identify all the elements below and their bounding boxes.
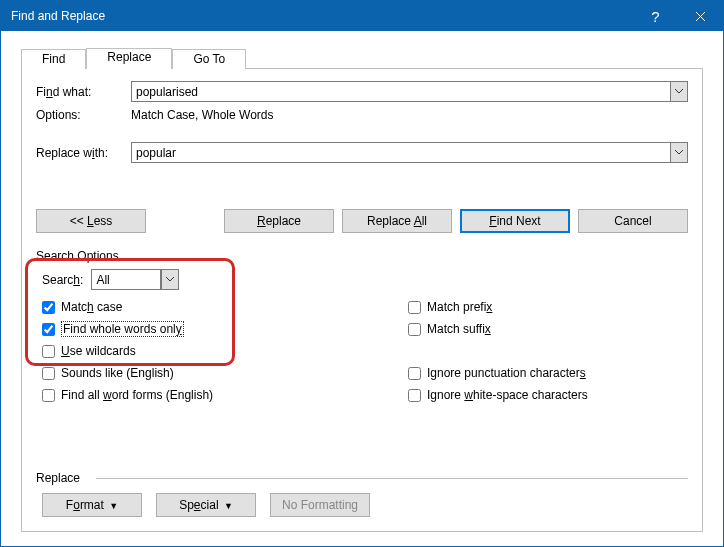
options-label: Options: bbox=[36, 108, 131, 122]
replace-section-label: Replace bbox=[36, 471, 86, 485]
find-what-input[interactable] bbox=[131, 81, 670, 102]
replace-all-button[interactable]: Replace All bbox=[342, 209, 452, 233]
whole-words-checkbox[interactable] bbox=[42, 323, 55, 336]
chevron-down-icon bbox=[675, 150, 683, 155]
close-icon bbox=[695, 11, 706, 22]
sounds-like-checkbox[interactable] bbox=[42, 367, 55, 380]
tab-find[interactable]: Find bbox=[21, 49, 86, 69]
tab-goto[interactable]: Go To bbox=[172, 49, 246, 69]
sounds-like-label: Sounds like (English) bbox=[61, 366, 174, 380]
match-suffix-label: Match suffix bbox=[427, 322, 491, 336]
replace-with-label: Replace with: bbox=[36, 146, 131, 160]
chevron-down-icon bbox=[166, 277, 174, 282]
ignore-punct-checkbox[interactable] bbox=[408, 367, 421, 380]
replace-with-dropdown[interactable] bbox=[670, 142, 688, 163]
replace-button[interactable]: Replace bbox=[224, 209, 334, 233]
match-prefix-label: Match prefix bbox=[427, 300, 492, 314]
match-suffix-checkbox[interactable] bbox=[408, 323, 421, 336]
replace-with-input[interactable] bbox=[131, 142, 670, 163]
tab-bar: Find Replace Go To bbox=[21, 47, 703, 69]
search-scope-dropdown[interactable] bbox=[161, 269, 179, 290]
ignore-ws-label: Ignore white-space characters bbox=[427, 388, 588, 402]
ignore-ws-checkbox[interactable] bbox=[408, 389, 421, 402]
options-value: Match Case, Whole Words bbox=[131, 108, 274, 122]
word-forms-checkbox[interactable] bbox=[42, 389, 55, 402]
special-button[interactable]: Special ▼ bbox=[156, 493, 256, 517]
help-button[interactable]: ? bbox=[633, 1, 678, 31]
whole-words-label: Find whole words only bbox=[61, 322, 184, 336]
wildcards-checkbox[interactable] bbox=[42, 345, 55, 358]
search-scope-select[interactable]: All bbox=[91, 269, 161, 290]
titlebar: Find and Replace ? bbox=[1, 1, 723, 31]
dialog-title: Find and Replace bbox=[11, 9, 633, 23]
find-next-button[interactable]: Find Next bbox=[460, 209, 570, 233]
no-formatting-button: No Formatting bbox=[270, 493, 370, 517]
match-case-checkbox[interactable] bbox=[42, 301, 55, 314]
wildcards-label: Use wildcards bbox=[61, 344, 136, 358]
search-label: Search: bbox=[42, 273, 83, 287]
format-button[interactable]: Format ▼ bbox=[42, 493, 142, 517]
less-button[interactable]: << Less bbox=[36, 209, 146, 233]
close-button[interactable] bbox=[678, 1, 723, 31]
find-what-label: Find what: bbox=[36, 85, 131, 99]
chevron-down-icon bbox=[675, 89, 683, 94]
cancel-button[interactable]: Cancel bbox=[578, 209, 688, 233]
find-what-dropdown[interactable] bbox=[670, 81, 688, 102]
match-prefix-checkbox[interactable] bbox=[408, 301, 421, 314]
word-forms-label: Find all word forms (English) bbox=[61, 388, 213, 402]
match-case-label: Match case bbox=[61, 300, 122, 314]
ignore-punct-label: Ignore punctuation characters bbox=[427, 366, 586, 380]
tab-replace[interactable]: Replace bbox=[86, 48, 172, 69]
search-options-label: Search Options bbox=[36, 249, 688, 263]
